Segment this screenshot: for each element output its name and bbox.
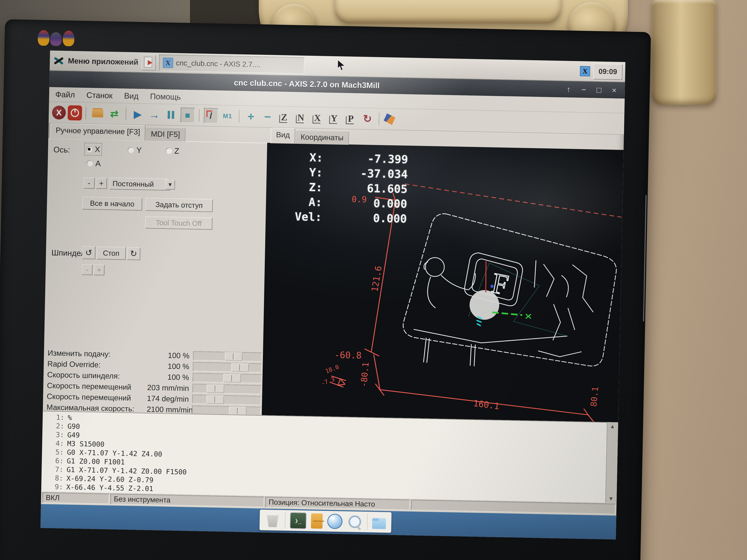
zoom-in-icon[interactable]: +: [244, 109, 258, 124]
spindle-plus-button[interactable]: +: [94, 264, 104, 275]
mouse-cursor: [337, 59, 346, 72]
tab-manual-control[interactable]: Ручное управление [F3]: [50, 123, 146, 141]
gcode-line-text: G90: [67, 422, 80, 431]
clear-plot-icon[interactable]: [384, 113, 395, 125]
view-x-icon[interactable]: X: [310, 110, 325, 126]
show-desktop-button[interactable]: [141, 54, 156, 70]
gcode-scrollbar[interactable]: ▲ ▼: [605, 422, 618, 503]
spindle-minus-button[interactable]: -: [82, 264, 93, 275]
open-icon[interactable]: [91, 106, 105, 121]
dro-a-label: A:: [277, 194, 322, 210]
zoom-out-icon[interactable]: −: [260, 109, 275, 125]
toolbar-separator: [379, 113, 380, 125]
spindle-override-slider[interactable]: [192, 373, 261, 383]
stop-icon[interactable]: ■: [180, 107, 195, 123]
maximize-button[interactable]: □: [594, 85, 603, 95]
dro-x-label: X:: [278, 150, 323, 165]
touch-off-button[interactable]: Задать отступ: [146, 198, 213, 212]
terminal-icon[interactable]: ❯_: [290, 512, 307, 529]
tab-dro[interactable]: Координаты: [295, 130, 349, 145]
tray-axis-icon[interactable]: X: [580, 66, 590, 76]
browser-icon[interactable]: [327, 514, 343, 529]
chevron-down-icon[interactable]: ▼: [165, 180, 175, 189]
view-z-rot-icon[interactable]: N: [294, 110, 308, 125]
jog-plus-button[interactable]: +: [96, 178, 107, 189]
jog-minus-button[interactable]: -: [83, 178, 95, 188]
menu-0[interactable]: Файл: [55, 90, 75, 99]
view-y-icon[interactable]: Y: [327, 110, 341, 126]
minimize-button[interactable]: −: [579, 85, 588, 94]
tab-preview[interactable]: Вид: [271, 128, 295, 144]
toolbar-separator: [85, 107, 86, 119]
slider-thumb[interactable]: [206, 395, 224, 404]
screen: Меню приложений X cnc_club.cnc - AXIS 2.…: [41, 51, 625, 539]
angular-jog-speed-label: Скорость перемещений: [47, 392, 131, 402]
slider-thumb[interactable]: [225, 352, 242, 361]
angular-jog-speed-slider[interactable]: [192, 395, 261, 405]
preview-tab-strip: Вид Координаты: [271, 128, 349, 145]
power-icon[interactable]: [68, 106, 82, 120]
estop-icon[interactable]: X: [52, 106, 66, 120]
jog-speed-slider[interactable]: [192, 384, 261, 394]
backplot-preview[interactable]: X:-7.399 Y:-37.034 Z:61.605 A:0.000 Vel:…: [262, 143, 624, 422]
gcode-line-number: 4:: [42, 439, 67, 448]
rapid-override-label: Rapid Override:: [47, 359, 101, 369]
scroll-up-icon[interactable]: ▲: [610, 423, 615, 430]
home-all-button[interactable]: Все в начало: [82, 196, 142, 211]
feed-override-slider[interactable]: [193, 351, 262, 362]
slider-thumb[interactable]: [207, 384, 224, 393]
close-button[interactable]: ×: [610, 85, 619, 95]
trash-icon[interactable]: [265, 512, 281, 528]
applications-menu-label[interactable]: Меню приложений: [68, 56, 138, 66]
menu-2[interactable]: Вид: [124, 91, 138, 101]
spindle-override-value: 100 %: [147, 372, 189, 382]
view-z-icon[interactable]: Z: [277, 109, 291, 125]
spindle-cw-button[interactable]: ↻: [127, 247, 140, 260]
bezel-highlight: [643, 195, 647, 321]
menu-3[interactable]: Помощь: [150, 92, 181, 101]
dro-z-label: Z:: [277, 179, 323, 195]
applications-menu-icon[interactable]: [53, 54, 65, 66]
slider-thumb[interactable]: [229, 407, 247, 415]
optional-stop-icon[interactable]: M1: [221, 108, 235, 124]
dro-x-value: -7.399: [323, 151, 408, 167]
axis-radio-y[interactable]: Y: [128, 145, 142, 155]
spindle-stop-button[interactable]: Стоп: [97, 246, 126, 260]
dro-y-value: -37.034: [323, 165, 408, 182]
axis-radio-x-label: X: [95, 145, 100, 154]
dro-y-label: Y:: [277, 164, 323, 180]
radio-dot-icon: [86, 146, 92, 152]
scroll-down-icon[interactable]: ▼: [608, 496, 614, 502]
jog-increment-select[interactable]: Постоянный: [109, 178, 170, 190]
pause-icon[interactable]: [164, 107, 178, 123]
menu-1[interactable]: Станок: [86, 90, 112, 100]
tab-mdi[interactable]: MDI [F5]: [145, 127, 185, 141]
dro-readout: X:-7.399 Y:-37.034 Z:61.605 A:0.000 Vel:…: [277, 150, 408, 226]
rapid-override-value: 100 %: [148, 362, 189, 371]
run-icon[interactable]: ▶: [130, 106, 145, 122]
gcode-listing[interactable]: 1:%2:G903:G494:M3 S150005:G0 X-71.07 Y-1…: [41, 411, 618, 503]
step-icon[interactable]: →: [147, 107, 162, 122]
gcode-line-number: 6:: [42, 456, 67, 465]
jog-speed-label: Скорость перемещений: [47, 381, 131, 392]
rotate-icon[interactable]: ↻: [360, 111, 375, 127]
gcode-line-text: M3 S15000: [67, 439, 105, 449]
search-icon[interactable]: [347, 514, 363, 530]
taskbar-window-tab[interactable]: X cnc_club.cnc - AXIS 2.7....: [159, 54, 305, 74]
tool-touch-off-button[interactable]: Tool Touch Off: [145, 216, 212, 230]
taskbar-clock[interactable]: 09:09: [593, 63, 622, 80]
rapid-override-slider[interactable]: [193, 362, 262, 372]
folder-icon[interactable]: [372, 518, 386, 529]
slider-thumb[interactable]: [231, 363, 249, 372]
taskbar-spacer: [308, 65, 577, 71]
slider-thumb[interactable]: [223, 374, 241, 382]
block-delete-icon[interactable]: /: [204, 108, 218, 123]
axis-radio-z[interactable]: Z: [165, 146, 179, 155]
spindle-ccw-button[interactable]: ↺: [82, 246, 95, 259]
view-p-icon[interactable]: P: [344, 111, 358, 126]
reload-icon[interactable]: ⇄: [107, 106, 122, 122]
shade-button[interactable]: ↑: [564, 85, 573, 94]
axis-radio-x[interactable]: X: [86, 144, 100, 154]
files-icon[interactable]: [311, 513, 323, 529]
axis-radio-a[interactable]: A: [87, 159, 101, 168]
